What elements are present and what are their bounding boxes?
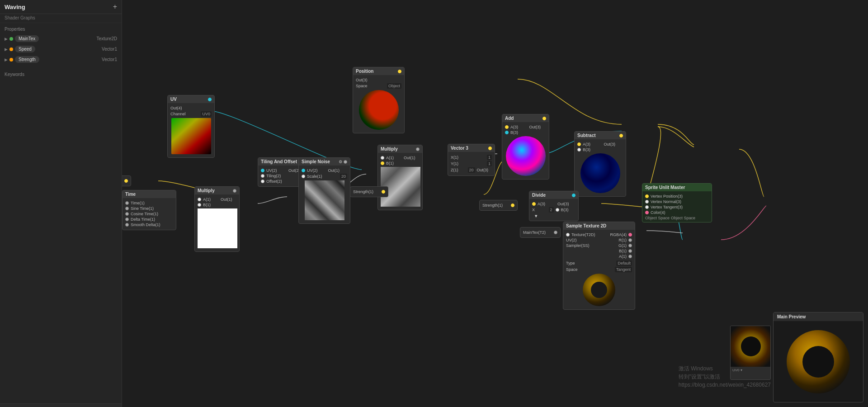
uv-channel-value[interactable]: UV0 [201,111,212,117]
watermark-line1: 激活 Windows [679,364,771,373]
deltatime-port [125,218,129,221]
strength-input2-node[interactable]: Strength(1) [479,200,518,211]
tiling-offset-in[interactable] [261,180,264,183]
multiply2-node[interactable]: Multiply A(1) Out(1) B(1) [377,145,423,210]
mul1-b-in[interactable] [198,203,201,207]
v3-x-value[interactable]: 1 [487,155,492,160]
mul1-a-in[interactable] [198,198,201,201]
sample-type-value[interactable]: Default [616,260,632,266]
time-node[interactable]: Time Time(1) Sine Time(1) Cosine Time(1)… [122,190,176,230]
div-x-value[interactable]: 2 [549,207,554,213]
property-maintex[interactable]: ▶ MainTex Texture2D [3,34,119,43]
speed-input-node[interactable]: Speed(1) [122,175,131,186]
speed-input-label: Speed(1) [122,179,123,183]
noise-settings[interactable]: ⚙ [339,160,342,164]
add-out[interactable] [542,117,546,120]
add-node-button[interactable]: + [113,3,117,11]
sample-r-out[interactable] [628,238,632,242]
divide-out[interactable] [572,194,576,197]
sprite-vpos-in[interactable] [645,194,649,198]
maintex-dot [9,37,13,41]
div-b-in[interactable] [556,208,559,212]
tiling-tiling-in[interactable] [261,174,264,178]
mul2-a-in[interactable] [381,156,384,160]
divide-node[interactable]: Divide A(3) Out(3) X 2 B(3) ▼ [529,191,579,221]
sample-b-out[interactable] [628,249,632,253]
mul2-b-in[interactable] [381,161,384,165]
position-out[interactable] [398,70,401,73]
position-node[interactable]: Position Out(3) Space Object [353,67,405,133]
sidebar-resize-handle[interactable] [0,403,122,407]
add-b-in[interactable] [505,131,509,134]
add-a-label: A(3) [510,125,528,129]
strength2-out-port[interactable] [511,204,514,207]
divide-header: Divide [529,191,578,199]
maintex-name[interactable]: MainTex [15,35,39,42]
sub-a-in[interactable] [577,142,581,146]
position-space-value[interactable]: Object [387,83,401,89]
noise-title: Simple Noise [302,159,330,164]
divide-expand[interactable]: ▼ [534,213,574,218]
position-out-label: Out(3) [356,78,401,82]
sample-a-label: A(1) [600,254,627,259]
noise-uv-in[interactable] [302,169,305,172]
noise-out[interactable] [344,160,347,164]
maintex-input-out[interactable] [554,231,557,234]
multiply2-out[interactable] [416,147,420,151]
uv-node[interactable]: UV Out(4) Channel UV0 [167,95,215,158]
speed-name[interactable]: Speed [15,46,35,52]
uv-channel-label: Channel [170,112,199,116]
noise-uv-label: UV(2) [307,168,326,173]
multiply1-node[interactable]: Multiply A(1) Out(1) B(1) [194,186,240,252]
noise-scale-in[interactable] [302,175,305,178]
mul1-a-label: A(1) [203,197,219,202]
strength-input-node[interactable]: Strength(1) [350,186,388,197]
v3-y-value[interactable]: 1 [487,161,492,166]
time-port [125,201,129,205]
vector3-out[interactable] [488,147,492,150]
sample-rgba-out[interactable] [628,233,632,237]
divide-body: A(3) Out(3) X 2 B(3) ▼ [529,199,578,221]
multiply1-out[interactable] [233,189,236,193]
sample-texture-node[interactable]: Sample Texture 2D Texture(T2D) UV(2) Sam… [563,222,635,310]
sample-g-out[interactable] [628,244,632,247]
simple-noise-node[interactable]: Simple Noise ⚙ UV(2) Out(1) Scale(1) 20 [298,157,350,224]
sprite-vnorm-in[interactable] [645,200,649,204]
div-out-label: Out(3) [557,202,576,206]
property-speed[interactable]: ▶ Speed Vector1 [3,45,119,53]
speed-type: Vector1 [102,47,117,52]
sprite-color-in[interactable] [645,211,649,214]
tiling-uv-in[interactable] [261,169,264,172]
strength2-label: Strength(1) [482,203,509,208]
add-node[interactable]: Add A(3) Out(3) B(3) [502,114,549,180]
sub-b-label: B(3) [583,147,623,152]
add-title: Add [505,116,514,121]
arrow-icon: ▶ [5,37,8,41]
sample-space-value[interactable]: Tangent [615,267,632,272]
sprite-color-label: Color(4) [651,210,709,215]
property-strength[interactable]: ▶ Strength Vector1 [3,55,119,64]
position-header: Position [353,67,404,75]
subtract-out[interactable] [619,134,623,137]
sample-tex-in[interactable] [566,233,570,237]
sprite-unlit-node[interactable]: Sprite Unlit Master Vertex Position(3) V… [642,183,712,222]
speed-out-port[interactable] [124,179,128,183]
strength-name[interactable]: Strength [15,56,39,63]
sample-a-out[interactable] [628,255,632,258]
sidebar-header: Waving + [0,0,122,14]
strength-out-port[interactable] [382,190,385,194]
subtract-node[interactable]: Subtract A(3) Out(3) B(3) [574,131,626,197]
multiply2-header: Multiply [378,145,422,153]
div-a-in[interactable] [532,202,536,206]
v3-z-value[interactable]: 20 [468,167,475,173]
uv-out-port[interactable] [208,98,212,101]
node-canvas[interactable]: UV Out(4) Channel UV0 Time Time(1) Sine … [122,0,868,407]
sprite-vtang-in[interactable] [645,205,649,209]
vector3-node[interactable]: Vector 3 X(1) 1 Y(1) 1 Z(1) 20 Out(3) [448,144,495,176]
sub-b-in[interactable] [577,148,581,151]
noise-scale-value[interactable]: 20 [340,174,347,179]
smoothdelta-port [125,223,129,227]
maintex-input-node[interactable]: MainTex(T2) [520,227,561,238]
add-header: Add [502,114,549,122]
add-a-in[interactable] [505,125,509,129]
